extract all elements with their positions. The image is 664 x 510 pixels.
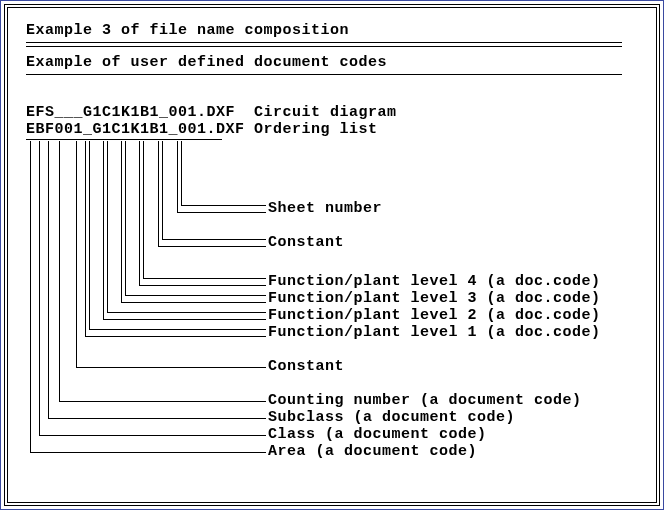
mid-border: Example 3 of file name composition Examp… [4, 4, 660, 506]
label-fpl2: Function/plant level 2 (a doc.code) [268, 307, 601, 324]
connector-fpl4-h-outer [139, 285, 266, 286]
title-double-rule-bottom [26, 46, 622, 47]
connector-sheet-v-inner [181, 141, 182, 205]
connector-area-h [30, 452, 266, 453]
label-constant-lower: Constant [268, 358, 344, 375]
title-double-rule-top [26, 42, 622, 43]
filename-underline [26, 139, 222, 140]
connector-fpl4-v-outer [139, 141, 140, 285]
connector-fpl3-h-outer [121, 302, 266, 303]
connector-count-v [59, 141, 60, 401]
connector-count-h [59, 401, 266, 402]
connector-fpl2-v-inner [107, 141, 108, 312]
connector-subclass-v [48, 141, 49, 418]
connector-fpl4-v-inner [143, 141, 144, 278]
connector-class-h [39, 435, 266, 436]
connector-fpl3-h-inner [125, 295, 266, 296]
subtitle-rule [26, 74, 622, 75]
page-subtitle: Example of user defined document codes [26, 54, 387, 71]
connector-const1-h-inner [162, 239, 266, 240]
connector-fpl3-v-inner [125, 141, 126, 295]
outer-border: Example 3 of file name composition Examp… [0, 0, 664, 510]
ex1-desc: Circuit diagram [254, 104, 397, 121]
label-subclass: Subclass (a document code) [268, 409, 515, 426]
connector-subclass-h [48, 418, 266, 419]
connector-fpl1-v-inner [89, 141, 90, 329]
connector-sheet-h-inner [181, 205, 266, 206]
connector-fpl3-v-outer [121, 141, 122, 302]
page-title: Example 3 of file name composition [26, 22, 349, 39]
connector-sheet-h-outer [177, 212, 266, 213]
label-sheet-number: Sheet number [268, 200, 382, 217]
filename-examples: EFS___G1C1K1B1_001.DXF Circuit diagram E… [26, 104, 397, 138]
connector-const1-v-outer [158, 141, 159, 246]
label-fpl4: Function/plant level 4 (a doc.code) [268, 273, 601, 290]
connector-const1-v-inner [162, 141, 163, 239]
label-counting: Counting number (a document code) [268, 392, 582, 409]
connector-const2-v [76, 141, 77, 367]
ex2-desc: Ordering list [254, 121, 378, 138]
connector-const2-h [76, 367, 266, 368]
label-class: Class (a document code) [268, 426, 487, 443]
ex1-name: EFS___G1C1K1B1_001.DXF [26, 104, 235, 121]
label-area: Area (a document code) [268, 443, 477, 460]
connector-sheet-v-outer [177, 141, 178, 212]
connector-fpl1-h-outer [85, 336, 266, 337]
connector-fpl2-h-inner [107, 312, 266, 313]
connector-fpl2-v-outer [103, 141, 104, 319]
connector-area-v [30, 141, 31, 452]
connector-fpl2-h-outer [103, 319, 266, 320]
label-fpl1: Function/plant level 1 (a doc.code) [268, 324, 601, 341]
connector-fpl1-v-outer [85, 141, 86, 336]
connector-fpl4-h-inner [143, 278, 266, 279]
label-fpl3: Function/plant level 3 (a doc.code) [268, 290, 601, 307]
connector-class-v [39, 141, 40, 435]
connector-const1-h-outer [158, 246, 266, 247]
ex2-name: EBF001_G1C1K1B1_001.DXF [26, 121, 245, 138]
connector-fpl1-h-inner [89, 329, 266, 330]
page: Example 3 of file name composition Examp… [7, 7, 657, 503]
label-constant-upper: Constant [268, 234, 344, 251]
